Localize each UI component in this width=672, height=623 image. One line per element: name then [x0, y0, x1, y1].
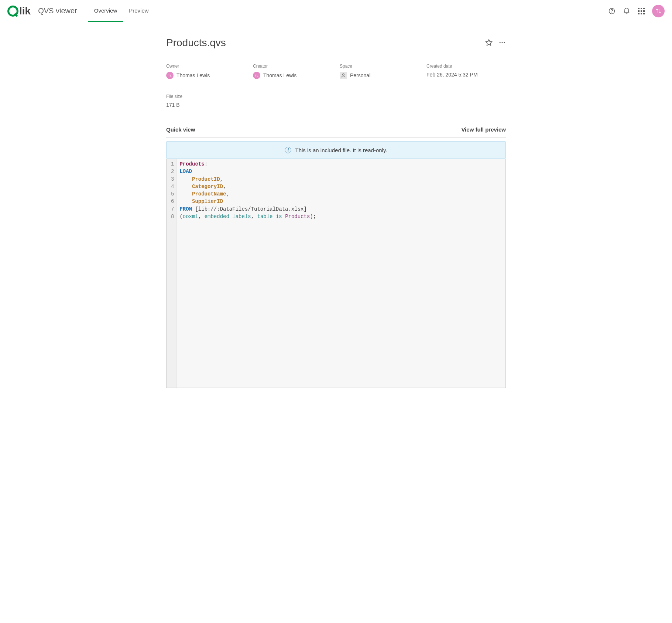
user-avatar[interactable]: TL: [652, 5, 665, 17]
meta-space-value: Personal: [350, 72, 370, 78]
line-gutter: 1 2 3 4 5 6 7 8: [167, 159, 176, 388]
meta-creator: Creator TL Thomas Lewis: [253, 64, 332, 79]
code-line: Products:: [179, 160, 503, 168]
meta-owner-label: Owner: [166, 64, 246, 69]
svg-point-1: [611, 12, 612, 13]
meta-created-value: Feb 26, 2024 5:32 PM: [426, 72, 478, 78]
line-number: 7: [171, 205, 174, 213]
meta-filesize: File size 171 B: [166, 94, 246, 108]
meta-creator-label: Creator: [253, 64, 332, 69]
line-number: 2: [171, 168, 174, 175]
line-number: 4: [171, 183, 174, 190]
brand-logo[interactable]: lik: [7, 5, 31, 17]
svg-point-3: [500, 42, 501, 43]
line-number: 8: [171, 213, 174, 220]
topbar-actions: TL: [608, 5, 665, 17]
meta-created: Created date Feb 26, 2024 5:32 PM: [426, 64, 506, 79]
svg-point-4: [502, 42, 503, 43]
top-bar: lik QVS viewer Overview Preview TL: [0, 0, 672, 22]
meta-owner-value: Thomas Lewis: [176, 72, 210, 78]
apps-grid-icon[interactable]: [637, 7, 645, 15]
line-number: 3: [171, 176, 174, 183]
person-icon: [340, 72, 347, 79]
more-actions-icon[interactable]: [498, 39, 506, 47]
banner-text: This is an included file. It is read-onl…: [295, 147, 387, 153]
help-icon[interactable]: [608, 7, 616, 15]
meta-owner: Owner TL Thomas Lewis: [166, 64, 246, 79]
brand-text: lik: [19, 5, 31, 17]
svg-point-5: [504, 42, 505, 43]
logo-o-icon: [7, 6, 18, 17]
creator-avatar-icon: TL: [253, 72, 260, 79]
code-line: SupplierID: [179, 198, 503, 205]
tab-preview[interactable]: Preview: [123, 0, 154, 22]
meta-filesize-value: 171 B: [166, 102, 180, 108]
divider: [166, 137, 506, 137]
meta-filesize-label: File size: [166, 94, 246, 99]
owner-avatar-icon: TL: [166, 72, 174, 79]
tab-overview[interactable]: Overview: [88, 0, 123, 22]
svg-marker-2: [486, 39, 492, 45]
code-preview: 1 2 3 4 5 6 7 8 Products:LOAD ProductID,…: [166, 159, 506, 388]
readonly-banner: i This is an included file. It is read-o…: [166, 141, 506, 159]
code-line: (ooxml, embedded labels, table is Produc…: [179, 213, 503, 220]
code-line: FROM [lib://:DataFiles/TutorialData.xlsx…: [179, 205, 503, 213]
code-body: Products:LOAD ProductID, CategoryID, Pro…: [176, 159, 505, 388]
app-name: QVS viewer: [38, 7, 77, 15]
main-content: Products.qvs Owner TL Thomas Lewis Creat…: [166, 22, 506, 395]
tabs: Overview Preview: [88, 0, 155, 22]
code-line: CategoryID,: [179, 183, 503, 190]
meta-space: Space Personal: [340, 64, 419, 79]
metadata-grid: Owner TL Thomas Lewis Creator TL Thomas …: [166, 64, 506, 108]
view-full-preview-link[interactable]: View full preview: [461, 126, 506, 133]
svg-point-6: [343, 74, 344, 75]
bell-icon[interactable]: [623, 7, 631, 15]
line-number: 1: [171, 160, 174, 168]
info-icon: i: [285, 147, 291, 153]
meta-created-label: Created date: [426, 64, 506, 69]
line-number: 6: [171, 198, 174, 205]
line-number: 5: [171, 190, 174, 198]
page-title: Products.qvs: [166, 37, 485, 49]
code-line: ProductID,: [179, 176, 503, 183]
code-line: LOAD: [179, 168, 503, 175]
favorite-star-icon[interactable]: [485, 39, 493, 47]
quickview-label: Quick view: [166, 126, 195, 133]
meta-space-label: Space: [340, 64, 419, 69]
code-line: ProductName,: [179, 190, 503, 198]
meta-creator-value: Thomas Lewis: [263, 72, 296, 78]
